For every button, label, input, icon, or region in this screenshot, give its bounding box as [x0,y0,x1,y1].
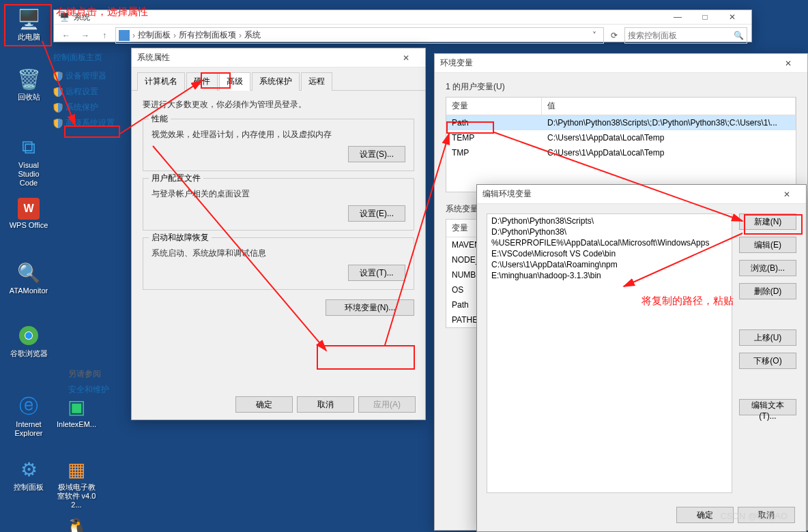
close-button[interactable]: ✕ [773,186,800,203]
close-button[interactable]: ✕ [392,49,420,67]
tab-remote[interactable]: 远程 [301,72,332,91]
sidebar-item-device-manager[interactable]: 设备管理器 [53,70,128,82]
cancel-button[interactable]: 取消 [297,396,354,413]
dialog-title: 编辑环境变量 [482,188,773,200]
forward-button[interactable]: → [77,27,93,44]
breadcrumb[interactable]: › 控制面板 › 所有控制面板项 › 系统 ˅ [115,27,604,44]
ie-icon: ⓔ [16,394,41,419]
performance-group: 性能 视觉效果，处理器计划，内存使用，以及虚拟内存 设置(S)... [143,119,414,171]
close-button[interactable]: ✕ [719,8,746,26]
edit-button[interactable]: 编辑(E) [739,237,796,253]
edit-text-button[interactable]: 编辑文本(T)... [739,399,796,415]
tabs: 计算机名 硬件 高级 系统保护 远程 [132,68,425,91]
search-input[interactable]: 🔍 [624,27,747,44]
pc-icon [119,30,130,41]
refresh-button[interactable]: ⟳ [607,31,622,40]
tab-computer-name[interactable]: 计算机名 [137,72,185,91]
window-title: 系统 [74,12,664,23]
desktop-icon-vscode[interactable]: ⧉ Visual Studio Code [8,135,49,188]
tab-advanced[interactable]: 高级 [219,72,250,91]
sidebar-item-advanced[interactable]: 高级系统设置 [53,117,128,129]
minimize-button[interactable]: — [664,8,691,26]
chrome-icon [16,323,41,348]
tab-hardware[interactable]: 硬件 [186,72,218,91]
sidebar-title: 控制面板主页 [53,52,128,63]
list-item[interactable]: E:\VSCode\Microsoft VS Code\bin [487,248,732,259]
desktop-label: 此电脑 [8,33,49,42]
back-button[interactable]: ← [58,27,74,44]
ok-button[interactable]: 确定 [235,396,293,413]
svg-point-2 [25,332,32,339]
vscode-icon: ⧉ [16,135,41,160]
move-down-button[interactable]: 下移(O) [739,353,796,369]
dialog-title: 系统属性 [137,52,392,63]
profile-settings-button[interactable]: 设置(E)... [348,205,405,222]
startup-settings-button[interactable]: 设置(T)... [348,265,405,281]
search-icon[interactable]: 🔍 [734,31,744,40]
edit-env-dialog: 编辑环境变量 ✕ D:\Python\Python38\Scripts\ D:\… [476,184,807,532]
list-item[interactable]: C:\Users\1\AppData\Roaming\npm [487,259,732,270]
window-icon: 🖥️ [59,12,70,22]
intro-text: 要进行大多数更改，你必须作为管理员登录。 [143,99,414,110]
new-button[interactable]: 新建(N) [739,213,796,230]
see-also-link[interactable]: 安全和维护 [68,384,109,396]
desktop-icon-cp[interactable]: ⚙ 控制面板 [8,457,49,492]
list-item[interactable]: %USERPROFILE%\AppData\Local\Microsoft\Wi… [487,237,732,248]
chevron-down-icon[interactable]: ˅ [588,31,601,40]
tab-protection[interactable]: 系统保护 [252,72,300,91]
desktop-icon-qq[interactable]: 🐧 [56,516,97,532]
up-button[interactable]: ↑ [96,27,113,44]
control-panel-window: 🖥️ 系统 — □ ✕ ← → ↑ › 控制面板 › 所有控制面板项 › 系统 … [53,10,752,42]
watermark: CSDN @嗨翻AO [721,510,788,522]
pc-icon: 🖥️ [16,7,41,31]
qq-icon: 🐧 [64,516,89,532]
user-vars-label: 1 的用户变量(U) [446,81,796,93]
user-vars-table[interactable]: 变量 值 PathD:\Python\Python38\Scripts\;D:\… [446,97,796,192]
desktop-icon-this-pc[interactable]: 🖥️ 此电脑 [8,7,49,42]
sidebar: 控制面板主页 设备管理器 远程设置 系统保护 高级系统设置 [53,52,128,133]
desktop-icon-ata[interactable]: 🔍 ATAMonitor [8,261,49,295]
sidebar-item-protection[interactable]: 系统保护 [53,102,128,113]
jiyu-icon: ▦ [64,457,89,482]
close-button[interactable]: ✕ [775,55,802,72]
browse-button[interactable]: 浏览(B)... [739,260,796,276]
list-item[interactable]: D:\Python\Python38\ [487,226,732,237]
shield-icon [53,87,63,97]
sidebar-item-remote[interactable]: 远程设置 [53,86,128,98]
perf-settings-button[interactable]: 设置(S)... [348,146,405,162]
shield-icon [53,103,63,113]
system-properties-dialog: 系统属性 ✕ 计算机名 硬件 高级 系统保护 远程 要进行大多数更改，你必须作为… [131,48,426,420]
profile-group: 用户配置文件 与登录帐户相关的桌面设置 设置(E)... [143,178,414,231]
desktop-icon-recycle[interactable]: 🗑️ 回收站 [8,67,49,102]
table-row[interactable]: TMPC:\Users\1\AppData\Local\Temp [446,145,796,160]
desktop-icon-jiyu[interactable]: ▦ 极域电子教室软件 v4.0 2... [56,457,97,509]
env-variables-button[interactable]: 环境变量(N)... [326,299,414,316]
desktop-icon-inletex[interactable]: ▣ InletexEM... [56,394,97,429]
table-row[interactable]: TEMPC:\Users\1\AppData\Local\Temp [446,130,796,145]
wps-icon: W [18,198,40,220]
see-also: 另请参阅 安全和维护 [68,368,109,396]
search-field[interactable] [628,31,734,40]
ata-icon: 🔍 [16,261,41,285]
apply-button[interactable]: 应用(A) [358,396,416,413]
path-list[interactable]: D:\Python\Python38\Scripts\ D:\Python\Py… [487,213,732,493]
shield-icon [53,119,63,128]
move-up-button[interactable]: 上移(U) [739,329,796,346]
shield-icon [53,72,63,81]
list-item[interactable]: D:\Python\Python38\Scripts\ [487,216,732,226]
inletex-icon: ▣ [64,394,89,419]
recycle-icon: 🗑️ [16,67,41,91]
cp-icon: ⚙ [16,457,41,482]
delete-button[interactable]: 删除(D) [739,283,796,299]
desktop-icon-wps[interactable]: W WPS Office [8,198,49,230]
dialog-title: 环境变量 [440,57,775,69]
list-item[interactable]: E:\minghuan\hadoop-3.1.3\bin [487,270,732,281]
table-row[interactable]: PathD:\Python\Python38\Scripts\;D:\Pytho… [446,115,796,130]
desktop-icon-ie[interactable]: ⓔ Internet Explorer [8,394,49,438]
desktop-icon-chrome[interactable]: 谷歌浏览器 [8,323,49,358]
maximize-button[interactable]: □ [691,8,719,26]
startup-group: 启动和故障恢复 系统启动、系统故障和调试信息 设置(T)... [143,237,414,290]
